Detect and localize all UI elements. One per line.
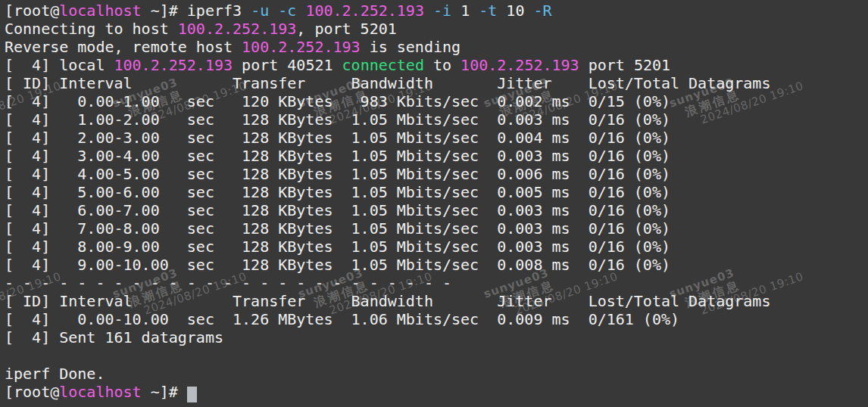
- terminal-text: [ 4] 6.00-7.00 sec 128 KBytes 1.05 Mbits…: [5, 201, 670, 219]
- terminal-text: port 40521: [233, 56, 342, 74]
- terminal-text: [ 4] 9.00-10.00 sec 128 KBytes 1.05 Mbit…: [5, 256, 670, 274]
- terminal-text: [root@: [5, 383, 59, 401]
- terminal-text: [ 4] 8.00-9.00 sec 128 KBytes 1.05 Mbits…: [5, 238, 670, 256]
- terminal-window[interactable]: sunyue03浪潮信息2024/08/20 19:10sunyue03浪潮信息…: [0, 0, 868, 407]
- terminal-text: [424, 2, 433, 20]
- terminal-output: [root@localhost ~]# iperf3 -u -c 100.2.2…: [0, 0, 868, 401]
- terminal-text: [ ID] Interval Transfer Bandwidth Jitter…: [5, 292, 770, 310]
- terminal-cursor: [187, 387, 197, 402]
- terminal-text: ~]#: [142, 383, 187, 401]
- terminal-text-cyan: -R: [533, 2, 551, 20]
- terminal-text: Reverse mode, remote host: [5, 38, 242, 56]
- terminal-line-17: [ 4] 0.00-10.00 sec 1.26 MBytes 1.06 Mbi…: [5, 310, 868, 328]
- terminal-line-6: [ 4] 1.00-2.00 sec 128 KBytes 1.05 Mbits…: [5, 110, 868, 129]
- terminal-text-magenta: 100.2.252.193: [242, 38, 361, 56]
- terminal-text: [ 4] 7.00-8.00 sec 128 KBytes 1.05 Mbits…: [5, 219, 670, 238]
- terminal-text: Connecting to host: [5, 20, 178, 38]
- terminal-text-cyan: -i: [433, 2, 451, 20]
- terminal-text-green: connected: [342, 56, 424, 74]
- terminal-text: [ 4] 5.00-6.00 sec 128 KBytes 1.05 Mbits…: [5, 183, 670, 201]
- terminal-text: , port 5201: [296, 20, 396, 38]
- terminal-text-magenta: localhost: [59, 383, 141, 401]
- terminal-text: [ 4] 4.00-5.00 sec 128 KBytes 1.05 Mbits…: [5, 165, 670, 183]
- terminal-text: ~]# iperf3: [142, 2, 251, 20]
- terminal-text-magenta: 100.2.252.193: [461, 56, 579, 74]
- terminal-line-11: [ 4] 6.00-7.00 sec 128 KBytes 1.05 Mbits…: [5, 201, 868, 219]
- terminal-line-13: [ 4] 8.00-9.00 sec 128 KBytes 1.05 Mbits…: [5, 238, 868, 256]
- terminal-line-0: [root@localhost ~]# iperf3 -u -c 100.2.2…: [5, 2, 868, 20]
- terminal-text: 10: [497, 2, 533, 20]
- terminal-text-cyan: -t: [479, 2, 497, 20]
- terminal-text: [ 4] 3.00-4.00 sec 128 KBytes 1.05 Mbits…: [5, 147, 670, 165]
- terminal-line-4: [ ID] Interval Transfer Bandwidth Jitter…: [5, 74, 868, 92]
- terminal-line-19: [5, 346, 868, 365]
- terminal-text-magenta: 100.2.252.193: [114, 56, 233, 74]
- terminal-line-5: [ 4] 0.00-1.00 sec 120 KBytes 983 Kbits/…: [5, 92, 868, 110]
- terminal-line-16: [ ID] Interval Transfer Bandwidth Jitter…: [5, 292, 868, 310]
- terminal-line-14: [ 4] 9.00-10.00 sec 128 KBytes 1.05 Mbit…: [5, 256, 868, 274]
- terminal-text: [ 4] 1.00-2.00 sec 128 KBytes 1.05 Mbits…: [5, 110, 670, 129]
- terminal-text: [ 4] 2.00-3.00 sec 128 KBytes 1.05 Mbits…: [5, 129, 670, 147]
- terminal-line-7: [ 4] 2.00-3.00 sec 128 KBytes 1.05 Mbits…: [5, 129, 868, 147]
- terminal-text: [root@: [5, 2, 59, 20]
- terminal-text: to: [424, 56, 461, 74]
- terminal-text: is sending: [361, 38, 461, 56]
- terminal-text-cyan: -u: [251, 2, 269, 20]
- terminal-text: [ 4] Sent 161 datagrams: [5, 328, 223, 346]
- terminal-text: [296, 2, 305, 20]
- terminal-line-3: [ 4] local 100.2.252.193 port 40521 conn…: [5, 56, 868, 74]
- terminal-text-magenta: 100.2.252.193: [305, 2, 424, 20]
- terminal-text: [ 4] local: [5, 56, 114, 74]
- terminal-line-18: [ 4] Sent 161 datagrams: [5, 328, 868, 346]
- terminal-line-10: [ 4] 5.00-6.00 sec 128 KBytes 1.05 Mbits…: [5, 183, 868, 201]
- terminal-line-9: [ 4] 4.00-5.00 sec 128 KBytes 1.05 Mbits…: [5, 165, 868, 183]
- terminal-line-1: Connecting to host 100.2.252.193, port 5…: [5, 20, 868, 38]
- terminal-text: port 5201: [579, 56, 670, 74]
- terminal-line-2: Reverse mode, remote host 100.2.252.193 …: [5, 38, 868, 56]
- terminal-text-magenta: 100.2.252.193: [178, 20, 297, 38]
- terminal-text: 1: [451, 2, 479, 20]
- terminal-line-21: [root@localhost ~]#: [5, 383, 868, 401]
- terminal-text: - - - - - - - - - - - - - - - - - - - - …: [5, 274, 451, 292]
- terminal-line-12: [ 4] 7.00-8.00 sec 128 KBytes 1.05 Mbits…: [5, 219, 868, 238]
- terminal-line-15: - - - - - - - - - - - - - - - - - - - - …: [5, 274, 868, 292]
- terminal-text: [ 4] 0.00-10.00 sec 1.26 MBytes 1.06 Mbi…: [5, 310, 679, 328]
- terminal-text: iperf Done.: [5, 365, 105, 383]
- terminal-text: [269, 2, 278, 20]
- terminal-line-8: [ 4] 3.00-4.00 sec 128 KBytes 1.05 Mbits…: [5, 147, 868, 165]
- terminal-text-magenta: localhost: [59, 2, 141, 20]
- terminal-text: [ ID] Interval Transfer Bandwidth Jitter…: [5, 74, 770, 92]
- terminal-text: [ 4] 0.00-1.00 sec 120 KBytes 983 Kbits/…: [5, 92, 670, 110]
- terminal-line-20: iperf Done.: [5, 365, 868, 383]
- terminal-text-cyan: -c: [278, 2, 296, 20]
